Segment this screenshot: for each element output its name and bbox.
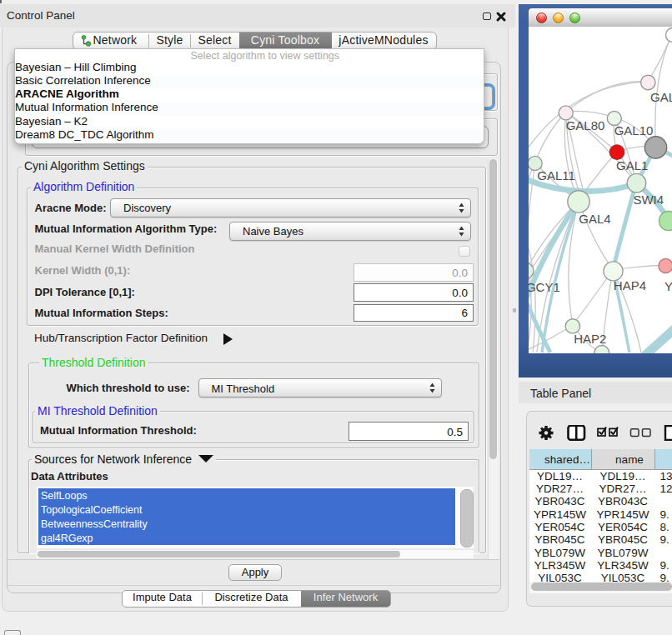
svg-text:SWI4: SWI4: [633, 192, 664, 207]
svg-text:GAL11: GAL11: [537, 168, 575, 182]
svg-text:GAL8: GAL8: [650, 90, 672, 104]
svg-text:GAL1: GAL1: [616, 158, 648, 172]
svg-text:GAL10: GAL10: [614, 123, 654, 138]
svg-text:GAL4: GAL4: [579, 212, 610, 226]
svg-text:HAP4: HAP4: [614, 278, 646, 292]
svg-text:GAL80: GAL80: [566, 118, 605, 132]
svg-text:GCY1: GCY1: [529, 280, 560, 294]
svg-text:HAP2: HAP2: [574, 332, 606, 346]
svg-text:YJ: YJ: [664, 279, 672, 293]
